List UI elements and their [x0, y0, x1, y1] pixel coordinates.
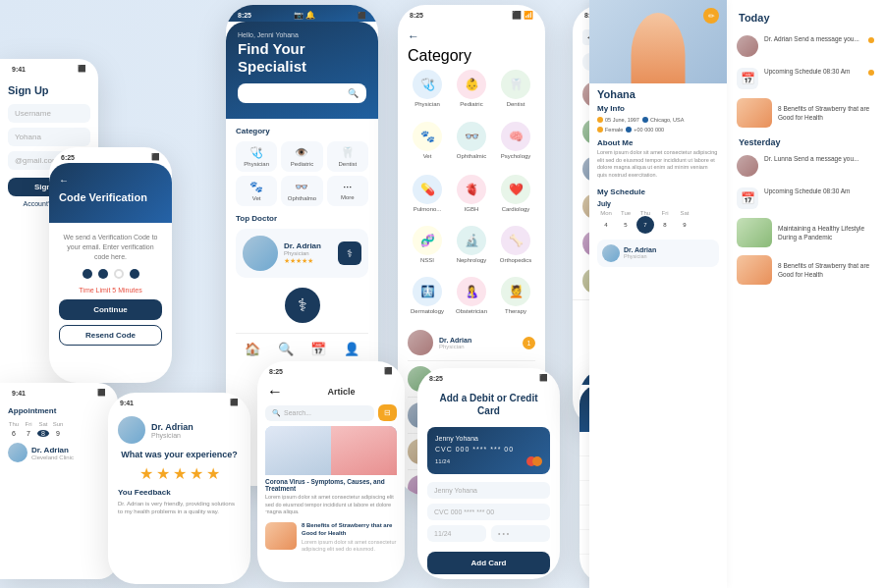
cat-physician-label: Physician: [239, 161, 274, 167]
cat2-psychology[interactable]: 🧠 Psychology: [496, 117, 535, 164]
cat-dentist[interactable]: 🦷 Dentist: [327, 141, 368, 172]
stethoscope-large: ⚕: [236, 288, 368, 323]
top-doctor-name: Dr. Adrian: [284, 241, 332, 250]
resend-button[interactable]: Resend Code: [59, 325, 162, 346]
find-phone-header: 8:25 📷 🔔 ⬛: [226, 5, 378, 22]
feedback-text: Dr. Adrian is very friendly, providing s…: [118, 500, 241, 516]
today-item-0[interactable]: Dr. Adrian Send a message you...: [727, 29, 884, 62]
home-nav-icon[interactable]: 🏠: [245, 342, 260, 356]
username-field[interactable]: Username: [8, 104, 90, 123]
yesterday-cal-icon: 📅: [737, 187, 758, 209]
article-image-1: [265, 426, 397, 475]
today-item-2[interactable]: 8 Benefits of Strawberry that are Good f…: [727, 94, 884, 132]
profile-phone: +00 000 000: [634, 127, 664, 133]
profile-edit-button[interactable]: ✏: [703, 8, 719, 24]
yesterday-thumb-0: [737, 218, 772, 247]
yesterday-avatar-0: [737, 155, 758, 177]
yesterday-text-2: Maintaining a Healthy Lifestyle During a…: [778, 224, 874, 241]
cat-vet[interactable]: 🐾 Vet: [236, 176, 277, 206]
review-phone-header: 9:41 ⬛: [108, 393, 250, 408]
find-category-title: Category: [236, 127, 368, 135]
cat-pediatric[interactable]: 👁️ Pediatric: [281, 141, 322, 172]
canvas: 9:41 ⬛ Sign Up Username Yohana @gmail.co…: [0, 0, 884, 588]
continue-button[interactable]: Continue: [59, 299, 162, 320]
signin-title: Sign Up: [8, 84, 90, 96]
top-doctor-spec: Physician: [284, 250, 332, 256]
yesterday-item-0[interactable]: Dr. Lunna Send a message you...: [727, 149, 884, 182]
appt-phone-header: 9:41 ⬛: [0, 383, 118, 399]
bottom-nav: 🏠 🔍 📅 👤: [236, 333, 368, 356]
cat2-vet[interactable]: 🐾 Vet: [408, 117, 447, 164]
cvv-field[interactable]: CVC 000 **** *** 00: [427, 504, 550, 520]
yesterday-text-1: Upcoming Schedule 08:30 Am: [764, 187, 874, 195]
article-card-2[interactable]: 8 Benefits of Strawberry that are Good f…: [265, 522, 397, 553]
review-stars: ★ ★ ★ ★ ★: [118, 464, 241, 483]
verify-timer: Time Limit 5 Minutes: [59, 287, 162, 294]
yesterday-text-3: 8 Benefits of Strawberry that are Good f…: [778, 261, 874, 279]
today-cal-icon: 📅: [737, 68, 758, 89]
cvv-field-sm[interactable]: • • •: [491, 525, 550, 542]
mastercard-logo: [526, 456, 542, 466]
yesterday-item-3[interactable]: 8 Benefits of Strawberry that are Good f…: [727, 251, 884, 289]
cat2-pediatric[interactable]: 👶 Pediatric: [452, 65, 491, 112]
category-grid-3: 🧬NSSI 🔬Nephrology 🦴Orthopedics: [408, 221, 535, 268]
article-search-placeholder[interactable]: Search...: [284, 409, 311, 416]
find-search-bar[interactable]: 🔍: [238, 83, 366, 103]
cat2-physician[interactable]: 🩺 Physician: [408, 65, 447, 112]
article-1-desc: Lorem ipsum dolor sit amet consectetur a…: [265, 494, 397, 516]
cat-ophthalmo[interactable]: 👓 Ophthalmo: [281, 176, 322, 206]
category-section-title: Category: [408, 47, 535, 65]
search-nav-icon[interactable]: 🔍: [278, 342, 294, 356]
profile-doc-card: Dr. Adrian Physician: [597, 240, 719, 267]
calendar-nav-icon[interactable]: 📅: [310, 342, 326, 356]
article-search[interactable]: 🔍 Search...: [265, 405, 374, 421]
yesterday-item-1[interactable]: 📅 Upcoming Schedule 08:30 Am: [727, 182, 884, 214]
add-card-button[interactable]: Add Card: [427, 552, 550, 574]
yohana-field[interactable]: Yohana: [8, 128, 90, 146]
profile-info-title: My Info: [589, 100, 727, 115]
dot-4: [130, 269, 139, 279]
card-expiry: 11/24: [435, 458, 450, 464]
category-back-button[interactable]: ←: [408, 29, 419, 43]
person-nav-icon[interactable]: 👤: [344, 342, 359, 356]
cat2-ophthalmic[interactable]: 👓 Ophthalmic: [452, 117, 491, 164]
profile-image-area: ✏: [589, 0, 727, 83]
profile-doc-name: Dr. Adrian: [624, 246, 656, 253]
verify-back-button[interactable]: ←: [59, 175, 162, 186]
review-doc-spec: Physician: [151, 432, 193, 439]
stethoscope-icon: ⚕: [347, 247, 353, 260]
search-icon: 🔍: [272, 409, 281, 417]
profile-doc-spec: Physician: [624, 253, 656, 259]
cat-dentist-label: Dentist: [330, 161, 365, 167]
today-item-1[interactable]: 📅 Upcoming Schedule 08:30 Am: [727, 62, 884, 94]
appt-title: Appointment: [8, 406, 110, 415]
cat-physician[interactable]: 🩺 Physician: [236, 141, 277, 172]
phone-verify: 6:25 ⬛ ← Code Verification We send a Ver…: [49, 147, 172, 383]
find-title: Find Your Specialist: [238, 40, 366, 76]
doc-list-avatar-0: [408, 330, 433, 355]
category-phone-header: 8:25 ⬛ 📶: [398, 5, 545, 22]
appt-doc-avatar: [8, 443, 28, 462]
profile-location: Chicago, USA: [650, 117, 685, 123]
cat2-dentist[interactable]: 🦷 Dentist: [496, 65, 535, 112]
yesterday-item-2[interactable]: Maintaining a Healthy Lifestyle During a…: [727, 214, 884, 251]
article-card-1[interactable]: Corona Virus - Symptoms, Causes, and Tre…: [265, 426, 397, 516]
phone-appt: 9:41 ⬛ Appointment Thu Fri Sat Sun 6 7 8…: [0, 383, 118, 579]
appt-nums-row: 6 7 8 9: [8, 430, 110, 437]
expiry-field[interactable]: 11/24: [427, 525, 486, 542]
today-text-2: 8 Benefits of Strawberry that are Good f…: [778, 104, 874, 122]
find-category-grid: 🩺 Physician 👁️ Pediatric 🦷 Dentist 🐾 Vet…: [236, 141, 368, 206]
today-badge-0: [868, 37, 874, 43]
card-holder: Jenny Yohana: [435, 435, 542, 442]
credit-card: Jenny Yohana CVC 000 **** *** 00 11/24: [427, 427, 550, 474]
active-schedule-day[interactable]: 7: [636, 216, 654, 234]
doc-list-item-0[interactable]: Dr. AdrianPhysician 1: [408, 325, 535, 361]
article-back-button[interactable]: ←: [267, 383, 283, 401]
phone-article: 8:25 ⬛ ← Article 🔍 Search... ⊟ Corona Vi…: [257, 361, 405, 582]
doctor-action-button[interactable]: ⚕: [338, 241, 361, 265]
yesterday-section-header: Yesterday: [727, 132, 884, 149]
article-filter-button[interactable]: ⊟: [378, 404, 397, 421]
schedule-month: July: [597, 200, 611, 207]
cardholder-field[interactable]: Jenny Yohana: [427, 482, 550, 499]
cat-more[interactable]: ··· More: [327, 176, 368, 206]
